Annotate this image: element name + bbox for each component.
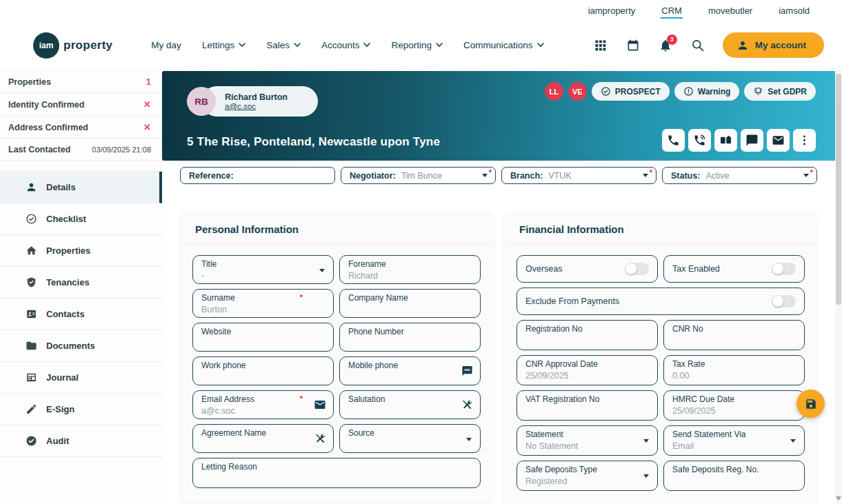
link-movebutler[interactable]: movebutler xyxy=(708,3,753,19)
pen-icon xyxy=(25,403,37,416)
more-menu-button[interactable] xyxy=(793,129,816,152)
source-select[interactable]: Source xyxy=(339,424,481,453)
field-value: Registered xyxy=(525,476,649,487)
bell-alert-icon xyxy=(753,86,763,97)
save-icon xyxy=(805,398,817,410)
contact-book-button[interactable] xyxy=(714,129,737,152)
nav-reporting[interactable]: Reporting xyxy=(391,40,443,50)
send-statement-via-select[interactable]: Send Statement Via Email xyxy=(663,425,805,456)
field-label: HMRC Due Date xyxy=(672,394,796,405)
chat-button[interactable] xyxy=(741,129,763,152)
record-meta-row: Reference: Negotiator: Tim Bunce * Branc… xyxy=(180,167,817,184)
title-select[interactable]: Title - xyxy=(192,255,334,284)
nav-label: Reporting xyxy=(391,40,432,50)
link-crm[interactable]: CRM xyxy=(661,3,683,19)
search-icon[interactable] xyxy=(690,38,705,53)
required-asterisk: * xyxy=(489,169,492,177)
hmrc-due-date-input[interactable]: HMRC Due Date 25/09/2025 xyxy=(663,390,805,421)
link-iamproperty[interactable]: iamproperty xyxy=(588,3,636,19)
email-address-input[interactable]: Email Address a@c.soc * xyxy=(192,390,334,419)
nav-label: Lettings xyxy=(202,40,234,50)
filter-value: VTUK xyxy=(548,171,571,181)
tools-icon[interactable] xyxy=(314,433,326,445)
statement-select[interactable]: Statement No Statement xyxy=(517,425,658,456)
nav-accounts[interactable]: Accounts xyxy=(321,40,371,50)
folder-icon xyxy=(25,340,37,352)
sidebar-item-details[interactable]: Details xyxy=(0,172,162,203)
nav-my-day[interactable]: My day xyxy=(151,40,181,50)
email-button[interactable] xyxy=(767,129,790,152)
status-select[interactable]: Status: Active * xyxy=(662,167,817,184)
safe-deposits-type-select[interactable]: Safe Deposits Type Registered xyxy=(517,461,658,491)
home-icon xyxy=(25,245,37,257)
registration-no-input[interactable]: Registration No xyxy=(517,320,658,350)
set-gdpr-pill[interactable]: Set GDPR xyxy=(744,82,816,101)
save-button[interactable] xyxy=(796,390,825,418)
branch-select[interactable]: Branch: VTUK * xyxy=(501,167,656,184)
call-out-button[interactable] xyxy=(688,129,711,152)
contact-action-buttons xyxy=(662,129,816,152)
company-name-input[interactable]: Company Name xyxy=(339,289,481,318)
agreement-name-input[interactable]: Agreement Name xyxy=(192,424,334,453)
my-account-button[interactable]: My account xyxy=(723,32,824,58)
phone-number-input[interactable]: Phone Number xyxy=(339,323,481,352)
filter-value: Tim Bunce xyxy=(401,171,442,181)
apps-grid-icon[interactable] xyxy=(593,38,608,53)
tax-rate-input[interactable]: Tax Rate 0.00 xyxy=(663,355,805,385)
logo-circle: iam xyxy=(33,32,59,59)
safe-deposits-reg-no-input[interactable]: Safe Deposits Reg. No. xyxy=(663,461,805,491)
cnr-no-input[interactable]: CNR No xyxy=(663,320,805,350)
notifications-bell-icon[interactable]: 3 xyxy=(658,38,673,53)
sidebar-item-documents[interactable]: Documents xyxy=(0,330,162,362)
stat-last-contacted: Last Contacted 03/09/2025 21:08 xyxy=(0,139,162,161)
link-iamsold[interactable]: iamsold xyxy=(778,3,810,19)
work-phone-input[interactable]: Work phone xyxy=(192,356,334,385)
sms-icon[interactable]: SMS xyxy=(461,365,473,377)
field-label: Phone Number xyxy=(348,327,472,337)
salutation-input[interactable]: Salutation xyxy=(339,390,481,419)
pill-label: PROSPECT xyxy=(615,87,661,97)
warning-icon xyxy=(683,86,694,97)
warning-pill[interactable]: Warning xyxy=(674,82,740,101)
letting-reason-input[interactable]: Letting Reason xyxy=(192,458,481,488)
overseas-toggle[interactable] xyxy=(625,263,649,275)
sidebar-item-tenancies[interactable]: Tenancies xyxy=(0,267,162,299)
chevron-down-icon xyxy=(537,43,544,48)
nav-communications[interactable]: Communications xyxy=(463,40,544,50)
envelope-icon[interactable] xyxy=(314,399,326,411)
nav-label: Sales xyxy=(266,40,290,50)
sidebar-item-audit[interactable]: Audit xyxy=(0,425,162,457)
negotiator-select[interactable]: Negotiator: Tim Bunce * xyxy=(341,167,496,184)
website-input[interactable]: Website xyxy=(192,323,334,352)
sidebar-item-checklist[interactable]: Checklist xyxy=(0,203,162,235)
scrollbar-down-arrow[interactable] xyxy=(836,496,841,501)
field-label: Letting Reason xyxy=(201,462,472,472)
forename-input[interactable]: Forename Richard xyxy=(339,255,481,284)
cnr-approval-date-input[interactable]: CNR Approval Date 25/09/2025 xyxy=(517,355,658,385)
vat-registration-no-input[interactable]: VAT Registration No xyxy=(517,390,658,421)
stat-properties: Properties 1 xyxy=(0,70,162,93)
contact-email-link[interactable]: a@c.soc xyxy=(225,102,288,110)
sidebar-menu: Details Checklist Properties Tenancies C… xyxy=(0,171,162,457)
reference-input[interactable]: Reference: xyxy=(180,167,335,184)
mobile-phone-input[interactable]: Mobile phone SMS xyxy=(339,356,481,385)
scrollbar-thumb[interactable] xyxy=(836,74,841,305)
prospect-pill[interactable]: PROSPECT xyxy=(592,82,670,101)
sidebar-item-properties[interactable]: Properties xyxy=(0,235,162,267)
exclude-from-payments-toggle[interactable] xyxy=(772,295,796,308)
tax-enabled-toggle[interactable] xyxy=(772,263,796,275)
chevron-down-icon xyxy=(239,43,245,48)
sidebar-item-journal[interactable]: Journal xyxy=(0,362,162,394)
sidebar-item-contacts[interactable]: Contacts xyxy=(0,299,162,330)
call-button[interactable] xyxy=(662,129,685,152)
field-label: Company Name xyxy=(348,293,472,303)
tools-icon[interactable] xyxy=(461,399,473,411)
nav-sales[interactable]: Sales xyxy=(266,40,301,50)
sidebar-item-e-sign[interactable]: E-Sign xyxy=(0,394,162,425)
calendar-icon[interactable] xyxy=(625,38,641,53)
personal-information-card: Personal Information Title - Forename Ri… xyxy=(180,212,493,502)
more-menu-icon xyxy=(798,134,811,147)
nav-lettings[interactable]: Lettings xyxy=(202,40,245,50)
stat-label: Identity Confirmed xyxy=(8,100,84,110)
surname-input[interactable]: Surname Burton * xyxy=(192,289,334,318)
